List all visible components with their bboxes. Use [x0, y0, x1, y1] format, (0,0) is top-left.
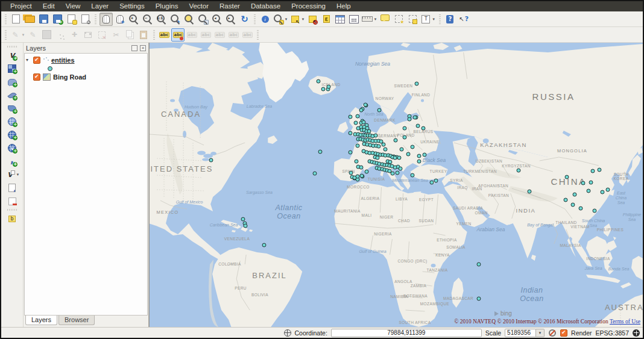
scale-input[interactable] [505, 329, 536, 337]
render-checkbox[interactable] [560, 329, 567, 337]
terms-of-use-link[interactable]: Terms of Use [610, 319, 640, 325]
add-vector-layer[interactable]: V [5, 49, 19, 62]
composer-manager[interactable] [79, 13, 92, 26]
add-spatialite-layer[interactable] [5, 89, 19, 102]
move-feature[interactable]: ✚ [68, 28, 81, 42]
select-by-expression[interactable]: ε [320, 13, 333, 26]
panel-close-icon[interactable]: × [140, 45, 146, 51]
zoom-full-extent[interactable] [169, 13, 182, 26]
add-mssql-layer[interactable] [5, 102, 19, 115]
zoom-native-resolution[interactable]: 1:1 [155, 13, 168, 26]
open-project[interactable] [24, 13, 37, 26]
pan-to-selection[interactable] [113, 13, 127, 26]
crs-status-icon[interactable] [633, 329, 640, 337]
plugin-b[interactable]: b [5, 212, 19, 225]
layer-item-bing-road[interactable]: Bing Road [26, 72, 146, 81]
run-feature-action[interactable]: ▼ [273, 13, 289, 26]
scale-dropdown-icon[interactable]: ▼ [536, 329, 545, 337]
pin-labels[interactable] [171, 28, 185, 42]
menu-database[interactable]: Database [245, 1, 286, 11]
add-wfs-layer[interactable]: , [5, 155, 19, 168]
current-edits-dropdown-icon[interactable]: ▼ [22, 33, 25, 37]
layer-labeling-options[interactable] [157, 28, 171, 42]
zoom-to-layer[interactable] [197, 13, 210, 26]
remove-layer-group[interactable] [5, 194, 19, 208]
menu-help[interactable]: Help [331, 1, 356, 11]
change-label[interactable] [241, 28, 254, 42]
point-symbol-swatch[interactable] [48, 66, 52, 71]
add-postgis-layer[interactable] [5, 75, 19, 89]
copy-features[interactable] [123, 28, 136, 42]
delete-selected[interactable] [95, 28, 109, 42]
rotate-label[interactable] [227, 28, 240, 42]
tab-browser[interactable]: Browser [58, 316, 95, 325]
field-calculator[interactable] [347, 13, 361, 26]
zoom-next[interactable]: ▸ [224, 13, 238, 26]
highlight-pinned-labels[interactable] [185, 28, 198, 42]
menu-vector[interactable]: Vector [183, 1, 214, 11]
panel-float-icon[interactable] [131, 45, 137, 51]
new-bookmark[interactable] [392, 13, 405, 26]
help-contents[interactable] [443, 13, 456, 26]
add-delimited-text-layer[interactable] [5, 181, 19, 194]
entity-point-marker [403, 135, 407, 140]
layer-visibility-checkbox[interactable] [33, 57, 40, 64]
new-shapefile-layer[interactable]: V▼ [4, 168, 21, 181]
add-wcs-layer[interactable] [5, 142, 19, 155]
open-attribute-table[interactable] [333, 13, 347, 26]
menu-plugins[interactable]: Plugins [150, 1, 184, 11]
map-canvas[interactable]: bing © 2010 NAVTEQ © 2010 Intermap © 201… [149, 43, 643, 327]
mouse-position-icon[interactable] [284, 329, 291, 337]
menu-view[interactable]: View [60, 1, 86, 11]
measure-line[interactable]: ▼ [361, 13, 377, 26]
map-refresh[interactable]: ↻ [238, 13, 251, 26]
menu-processing[interactable]: Processing [286, 1, 331, 11]
menu-edit[interactable]: Edit [37, 1, 60, 11]
coordinate-input[interactable] [331, 329, 482, 337]
save-project-as[interactable] [51, 13, 65, 26]
save-layer-edits[interactable] [40, 28, 53, 42]
show-bookmarks[interactable] [406, 13, 419, 26]
add-feature[interactable] [54, 28, 67, 42]
show-hide-labels[interactable] [199, 28, 212, 42]
pan-map[interactable] [99, 13, 113, 26]
zoom-out[interactable]: − [141, 13, 154, 26]
measure-line-dropdown-icon[interactable]: ▼ [373, 17, 377, 21]
menu-raster[interactable]: Raster [214, 1, 245, 11]
menu-layer[interactable]: Layer [86, 1, 114, 11]
deselect-features[interactable] [306, 13, 319, 26]
text-annotation-dropdown-icon[interactable]: ▼ [432, 17, 435, 21]
layer-name[interactable]: Bing Road [53, 73, 86, 81]
add-wms-layer[interactable] [5, 128, 19, 142]
zoom-in[interactable]: + [127, 13, 140, 26]
paste-features[interactable] [137, 28, 150, 42]
current-edits[interactable]: ✎▼ [10, 28, 26, 42]
identify-features[interactable] [259, 13, 272, 26]
new-shapefile-layer-dropdown-icon[interactable]: ▼ [16, 173, 20, 176]
run-feature-action-dropdown-icon[interactable]: ▼ [285, 17, 288, 21]
cut-features[interactable]: ✂ [109, 28, 122, 42]
layer-name[interactable]: entities [51, 57, 75, 64]
expander-icon[interactable]: ▾ [26, 57, 31, 63]
select-features-dropdown-icon[interactable]: ▼ [301, 17, 305, 21]
zoom-last[interactable]: ◂ [210, 13, 224, 26]
tab-layers[interactable]: Layers [25, 316, 57, 325]
zoom-to-selection[interactable] [183, 13, 196, 26]
add-raster-layer[interactable] [5, 62, 19, 75]
menu-settings[interactable]: Settings [114, 1, 150, 11]
save-project[interactable] [37, 13, 51, 26]
node-tool[interactable] [81, 28, 95, 42]
whats-this[interactable] [457, 13, 470, 26]
layer-item-entities[interactable]: ▾ entities [26, 55, 146, 64]
new-project[interactable] [10, 13, 23, 26]
stop-rendering-icon[interactable] [548, 329, 557, 337]
text-annotation[interactable]: ▼ [420, 13, 436, 26]
layer-visibility-checkbox[interactable] [33, 73, 40, 81]
select-features[interactable]: ▼ [289, 13, 305, 26]
new-print-composer[interactable] [65, 13, 78, 26]
map-tips[interactable] [378, 13, 391, 26]
add-oracle-layer[interactable] [5, 115, 19, 128]
menu-project[interactable]: Project [5, 1, 37, 11]
toggle-editing[interactable]: ✎ [26, 28, 39, 42]
move-label[interactable] [213, 28, 226, 42]
